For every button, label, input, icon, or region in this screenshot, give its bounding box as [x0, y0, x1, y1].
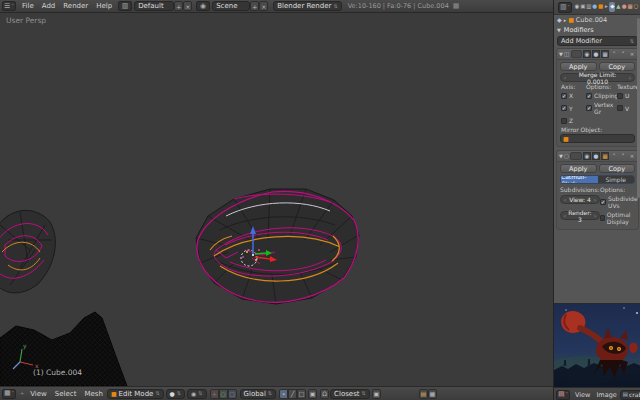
modifier-name-field[interactable]: [571, 50, 582, 58]
menu-view[interactable]: View: [26, 390, 51, 398]
occlude-geometry-button[interactable]: ▣: [308, 389, 317, 399]
menu-render[interactable]: Render: [59, 2, 92, 10]
copy-button[interactable]: Copy: [599, 164, 636, 173]
modifier-name-field[interactable]: [570, 152, 582, 160]
simple-button[interactable]: Simple: [598, 176, 635, 183]
editmode-visibility-toggle[interactable]: ▦: [601, 152, 609, 160]
editor-type-image-button[interactable]: ▤ ˅: [556, 390, 570, 400]
add-scene-button[interactable]: +: [250, 1, 259, 11]
move-down-button[interactable]: ˅: [619, 152, 627, 160]
merge-limit-slider[interactable]: ‹ Merge Limit: 0.0010 ›: [560, 73, 635, 82]
image-canvas[interactable]: [554, 304, 640, 387]
apply-button[interactable]: Apply: [560, 164, 597, 173]
object-icon: ■: [563, 136, 569, 142]
modifiers-panel-header[interactable]: ▼ Modifiers: [554, 25, 640, 35]
render-engine-select[interactable]: Blender Render ⇅: [273, 1, 341, 11]
opengl-render-anim-button[interactable]: ▦: [428, 389, 437, 399]
image-name-field[interactable]: ▤ crab.jpg: [620, 390, 640, 400]
dropdown-arrows-icon: ⇅: [155, 391, 159, 396]
delete-modifier-button[interactable]: ×: [628, 50, 636, 58]
scene-statistics: Ve:10-160 | Fa:0-76 | Cube.004: [348, 2, 449, 10]
axis-x-checkbox[interactable]: ✓ X: [561, 92, 586, 99]
tab-render-layers[interactable]: ▣: [580, 2, 586, 12]
menu-view[interactable]: View: [572, 391, 593, 399]
move-up-button[interactable]: ˄: [610, 50, 618, 58]
vertex-groups-checkbox[interactable]: ✓ Vertex Gr: [586, 101, 617, 115]
breadcrumb-object-name[interactable]: Cube.004: [576, 16, 607, 24]
expand-menus-icon[interactable]: +: [20, 391, 24, 396]
subsurf-modifier-header: ▼ ○ ◉ ● ▦ ˄ ˅ ×: [557, 151, 638, 162]
menu-file[interactable]: File: [18, 2, 38, 10]
axis-y-checkbox[interactable]: ✓ Y: [561, 101, 586, 115]
add-layout-button[interactable]: +: [174, 1, 183, 11]
modifier-subsurf: ▼ ○ ◉ ● ▦ ˄ ˅ × Apply Copy Catmull-Clark…: [556, 150, 639, 230]
catmull-clark-button[interactable]: Catmull-Clark: [561, 176, 598, 183]
render-visibility-toggle[interactable]: ◉: [583, 50, 591, 58]
menu-image[interactable]: Image: [593, 391, 619, 399]
snap-target-select[interactable]: Closest ⇅: [330, 389, 370, 399]
view-subdivisions-stepper[interactable]: ‹ View: 4 ›: [560, 195, 600, 204]
chevron-right-icon: ▸: [564, 17, 567, 23]
mesh-left-blob: [0, 210, 55, 293]
properties-editor: ▥ ˅ ◉ ▣ ▥ ● ■ ▸ ◆ ▲ ● ▦ ○ ◆ ▸ ■ Cube.004: [554, 0, 640, 303]
render-visibility-toggle[interactable]: ◉: [583, 152, 591, 160]
viewport-3d[interactable]: User Persp: [0, 13, 553, 386]
vertex-select-button[interactable]: ∙: [279, 389, 288, 399]
snap-magnet-button[interactable]: Ω: [320, 389, 329, 399]
snap-peel-button[interactable]: ▣: [372, 389, 381, 399]
screen-layout-select[interactable]: Default: [134, 1, 174, 11]
optimal-display-checkbox[interactable]: Optimal Display: [600, 211, 640, 225]
opengl-render-image-button[interactable]: ▤: [419, 389, 428, 399]
properties-tabs: ▥ ˅ ◉ ▣ ▥ ● ■ ▸ ◆ ▲ ● ▦ ○: [554, 0, 640, 15]
viewport-visibility-toggle[interactable]: ●: [592, 152, 600, 160]
render-subdivisions-stepper[interactable]: ‹ Render: 3 ›: [560, 211, 600, 220]
menu-mesh[interactable]: Mesh: [80, 390, 106, 398]
editor-type-properties-button[interactable]: ▥ ˅: [558, 2, 572, 13]
mirror-object-field[interactable]: ■: [560, 134, 635, 143]
rotate-manipulator-button[interactable]: ○: [219, 389, 228, 399]
subdivide-uvs-checkbox[interactable]: ✓ Subdivide UVs: [600, 195, 640, 209]
image-editor-header: ▤ ˅ View Image ▤ crab.jpg: [554, 387, 640, 400]
transform-orientation-select[interactable]: Global ⇅: [240, 389, 277, 399]
tab-world[interactable]: ●: [592, 2, 598, 12]
mode-select[interactable]: ■ Edit Mode ⇅: [107, 389, 164, 399]
tab-object[interactable]: ■: [598, 2, 604, 12]
expand-icon[interactable]: ▼: [559, 153, 563, 159]
scale-manipulator-button[interactable]: □: [228, 389, 237, 399]
blender-window: ☰ ˅ File Add Render Help ▥ Default + × ◉…: [0, 0, 640, 400]
tab-physics[interactable]: ○: [633, 2, 639, 12]
pivot-point-select[interactable]: ◉ ⇅: [187, 389, 206, 399]
chevron-down-icon: ˅: [11, 4, 14, 9]
cube-icon: ■: [568, 17, 574, 23]
viewport-visibility-toggle[interactable]: ●: [592, 50, 600, 58]
move-up-button[interactable]: ˄: [610, 152, 618, 160]
delete-modifier-button[interactable]: ×: [628, 152, 636, 160]
mirror-modifier-header: ▼ ◫ ◉ ● ▦ ˄ ˅ ×: [557, 49, 638, 60]
editmode-visibility-toggle[interactable]: ▦: [601, 50, 609, 58]
tab-scene[interactable]: ▥: [586, 2, 592, 12]
right-column: ▥ ˅ ◉ ▣ ▥ ● ■ ▸ ◆ ▲ ● ▦ ○ ◆ ▸ ■ Cube.004: [553, 0, 640, 400]
expand-icon[interactable]: ▼: [559, 51, 563, 57]
delete-layout-button[interactable]: ×: [183, 1, 192, 11]
screen-layout-icon: ▥: [118, 1, 132, 11]
delete-scene-button[interactable]: ×: [259, 1, 268, 11]
breadcrumb: ◆ ▸ ■ Cube.004: [554, 15, 640, 25]
menu-add[interactable]: Add: [38, 2, 60, 10]
editor-type-info-button[interactable]: ☰ ˅: [2, 1, 16, 11]
axis-z-checkbox[interactable]: Z: [561, 117, 586, 124]
clipping-checkbox[interactable]: ✓ Clipping: [586, 92, 617, 99]
edge-select-button[interactable]: ╱: [288, 389, 297, 399]
face-select-button[interactable]: □: [297, 389, 306, 399]
translate-manipulator-button[interactable]: +: [210, 389, 219, 399]
menu-help[interactable]: Help: [92, 2, 116, 10]
move-down-button[interactable]: ˅: [619, 50, 627, 58]
pivot-icon: ◉: [191, 391, 196, 397]
scene-select[interactable]: Scene: [212, 1, 250, 11]
viewport-shading-select[interactable]: ● ⇅: [166, 389, 185, 399]
mirror-object-label: Mirror Object:: [561, 126, 634, 133]
info-header: ☰ ˅ File Add Render Help ▥ Default + × ◉…: [0, 0, 553, 13]
add-modifier-dropdown[interactable]: Add Modifier ⇅: [557, 36, 638, 46]
editor-type-3dview-button[interactable]: ▦ ˅: [2, 389, 16, 399]
options-label: Options:: [586, 83, 617, 90]
menu-select[interactable]: Select: [51, 390, 81, 398]
